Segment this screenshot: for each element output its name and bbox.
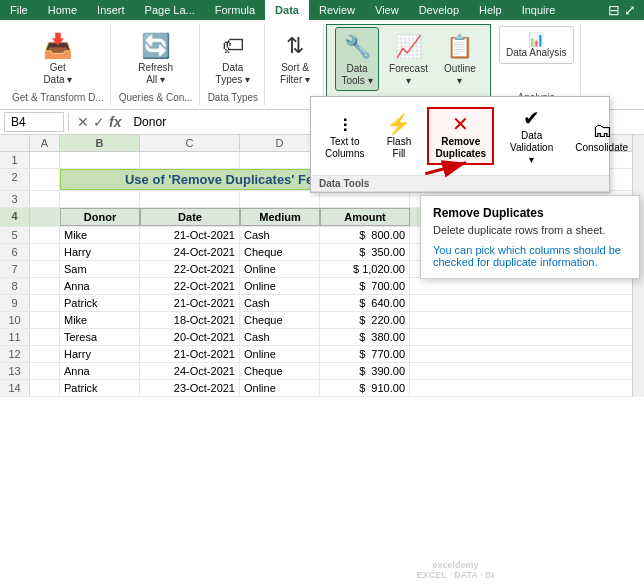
- data-analysis-button[interactable]: 📊 Data Analysis: [499, 26, 574, 64]
- tab-data[interactable]: Data: [265, 0, 309, 20]
- cancel-formula-icon[interactable]: ✕: [77, 114, 89, 130]
- tab-help[interactable]: Help: [469, 0, 512, 20]
- col-header-medium[interactable]: Medium: [240, 208, 320, 226]
- cell-c3[interactable]: [140, 191, 240, 207]
- cell-amount-5[interactable]: $ 800.00: [320, 227, 410, 243]
- data-validation-button[interactable]: ✔ DataValidation ▾: [504, 103, 559, 169]
- cell-d1[interactable]: [240, 152, 320, 168]
- col-header-date[interactable]: Date: [140, 208, 240, 226]
- data-tools-button[interactable]: 🔧 DataTools ▾: [335, 27, 379, 91]
- cell-a10[interactable]: [30, 312, 60, 328]
- ribbon-minimize-icon[interactable]: ⊟: [608, 2, 620, 18]
- cell-medium-7[interactable]: Online: [240, 261, 320, 277]
- cell-b3[interactable]: [60, 191, 140, 207]
- cell-c1[interactable]: [140, 152, 240, 168]
- cell-medium-8[interactable]: Online: [240, 278, 320, 294]
- tab-file[interactable]: File: [0, 0, 38, 20]
- cell-date-8[interactable]: 22-Oct-2021: [140, 278, 240, 294]
- cell-a8[interactable]: [30, 278, 60, 294]
- cell-amount-13[interactable]: $ 390.00: [320, 363, 410, 379]
- forecast-button[interactable]: 📈 Forecast▾: [383, 27, 434, 91]
- cell-a7[interactable]: [30, 261, 60, 277]
- cell-amount-8[interactable]: $ 700.00: [320, 278, 410, 294]
- tab-insert[interactable]: Insert: [87, 0, 135, 20]
- tab-develop[interactable]: Develop: [409, 0, 469, 20]
- cell-a4[interactable]: [30, 208, 60, 226]
- tab-view[interactable]: View: [365, 0, 409, 20]
- cell-donor-13[interactable]: Anna: [60, 363, 140, 379]
- tab-home[interactable]: Home: [38, 0, 87, 20]
- cell-reference-input[interactable]: [4, 112, 64, 132]
- cell-d3[interactable]: [240, 191, 320, 207]
- cell-a2[interactable]: [30, 169, 60, 190]
- tab-pagelayout[interactable]: Page La...: [135, 0, 205, 20]
- data-types-button[interactable]: 🏷 DataTypes ▾: [210, 26, 256, 90]
- tab-inquire[interactable]: Inquire: [512, 0, 566, 20]
- cell-a9[interactable]: [30, 295, 60, 311]
- cell-e3[interactable]: [320, 191, 410, 207]
- cell-date-6[interactable]: 24-Oct-2021: [140, 244, 240, 260]
- cell-amount-7[interactable]: $ 1,020.00: [320, 261, 410, 277]
- cell-a3[interactable]: [30, 191, 60, 207]
- cell-donor-7[interactable]: Sam: [60, 261, 140, 277]
- cell-amount-14[interactable]: $ 910.00: [320, 380, 410, 396]
- cell-b1[interactable]: [60, 152, 140, 168]
- cell-date-12[interactable]: 21-Oct-2021: [140, 346, 240, 362]
- cell-medium-5[interactable]: Cash: [240, 227, 320, 243]
- tab-review[interactable]: Review: [309, 0, 365, 20]
- flash-fill-button[interactable]: ⚡ FlashFill: [380, 109, 417, 163]
- col-header-b[interactable]: B: [60, 135, 140, 151]
- get-data-button[interactable]: 📥 GetData ▾: [36, 26, 80, 90]
- col-header-a[interactable]: A: [30, 135, 60, 151]
- cell-a5[interactable]: [30, 227, 60, 243]
- consolidate-button[interactable]: 🗂 Consolidate: [569, 116, 634, 157]
- row-num-13: 13: [0, 363, 30, 379]
- cell-date-13[interactable]: 24-Oct-2021: [140, 363, 240, 379]
- cell-donor-12[interactable]: Harry: [60, 346, 140, 362]
- cell-date-10[interactable]: 18-Oct-2021: [140, 312, 240, 328]
- cell-medium-9[interactable]: Cash: [240, 295, 320, 311]
- cell-a14[interactable]: [30, 380, 60, 396]
- cell-date-14[interactable]: 23-Oct-2021: [140, 380, 240, 396]
- col-header-donor[interactable]: Donor: [60, 208, 140, 226]
- confirm-formula-icon[interactable]: ✓: [93, 114, 105, 130]
- cell-a13[interactable]: [30, 363, 60, 379]
- cell-donor-5[interactable]: Mike: [60, 227, 140, 243]
- cell-amount-10[interactable]: $ 220.00: [320, 312, 410, 328]
- cell-amount-11[interactable]: $ 380.00: [320, 329, 410, 345]
- cell-date-11[interactable]: 20-Oct-2021: [140, 329, 240, 345]
- cell-a12[interactable]: [30, 346, 60, 362]
- sort-filter-button[interactable]: ⇅ Sort &Filter ▾: [273, 26, 317, 90]
- cell-donor-11[interactable]: Teresa: [60, 329, 140, 345]
- ribbon-expand-icon[interactable]: ⤢: [624, 2, 636, 18]
- cell-a6[interactable]: [30, 244, 60, 260]
- col-header-c[interactable]: C: [140, 135, 240, 151]
- cell-medium-6[interactable]: Cheque: [240, 244, 320, 260]
- tab-formulas[interactable]: Formula: [205, 0, 265, 20]
- cell-a11[interactable]: [30, 329, 60, 345]
- cell-a1[interactable]: [30, 152, 60, 168]
- cell-amount-9[interactable]: $ 640.00: [320, 295, 410, 311]
- cell-date-7[interactable]: 22-Oct-2021: [140, 261, 240, 277]
- cell-donor-8[interactable]: Anna: [60, 278, 140, 294]
- outline-button[interactable]: 📋 Outline▾: [438, 27, 482, 91]
- refresh-all-button[interactable]: 🔄 RefreshAll ▾: [132, 26, 179, 90]
- cell-donor-14[interactable]: Patrick: [60, 380, 140, 396]
- cell-donor-9[interactable]: Patrick: [60, 295, 140, 311]
- cell-amount-12[interactable]: $ 770.00: [320, 346, 410, 362]
- cell-date-5[interactable]: 21-Oct-2021: [140, 227, 240, 243]
- cell-medium-13[interactable]: Cheque: [240, 363, 320, 379]
- cell-medium-12[interactable]: Online: [240, 346, 320, 362]
- text-to-columns-icon: ⫶: [340, 113, 350, 136]
- cell-medium-11[interactable]: Cash: [240, 329, 320, 345]
- cell-donor-10[interactable]: Mike: [60, 312, 140, 328]
- cell-donor-6[interactable]: Harry: [60, 244, 140, 260]
- cell-date-9[interactable]: 21-Oct-2021: [140, 295, 240, 311]
- cell-medium-14[interactable]: Online: [240, 380, 320, 396]
- col-header-d[interactable]: D: [240, 135, 320, 151]
- cell-amount-6[interactable]: $ 350.00: [320, 244, 410, 260]
- cell-medium-10[interactable]: Cheque: [240, 312, 320, 328]
- col-header-amount[interactable]: Amount: [320, 208, 410, 226]
- insert-function-icon[interactable]: fx: [109, 114, 121, 130]
- text-to-columns-button[interactable]: ⫶ Text toColumns: [319, 110, 370, 163]
